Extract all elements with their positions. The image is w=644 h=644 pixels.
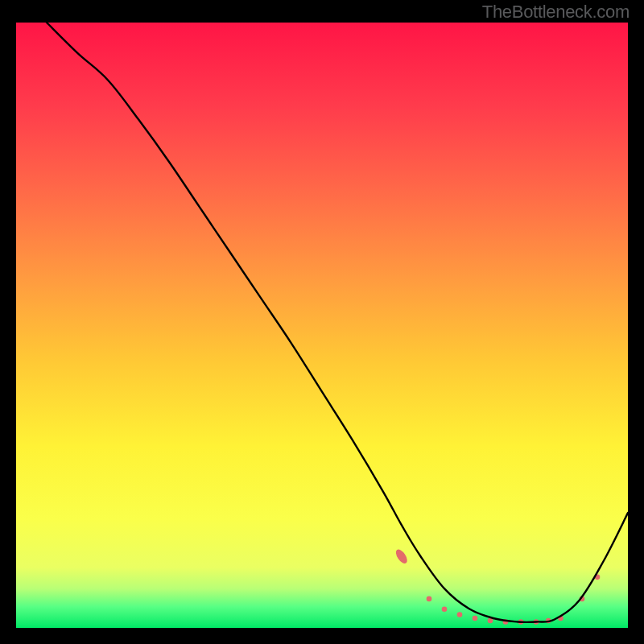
marker-point [442,606,448,612]
marker-point [427,597,432,602]
bottleneck-curve [47,23,628,622]
plot-area [16,23,628,628]
marker-point [394,547,409,565]
marker-group [394,547,600,625]
chart-container: TheBottleneck.com [0,0,644,644]
curve-layer [16,23,628,628]
marker-point [473,616,478,621]
marker-point [457,612,463,617]
watermark-text: TheBottleneck.com [482,2,630,23]
